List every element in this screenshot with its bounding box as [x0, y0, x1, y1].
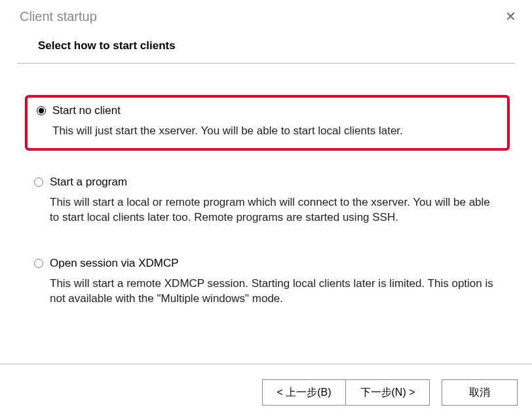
- option-label[interactable]: Start a program: [50, 176, 127, 189]
- dialog-content: Select how to start clients Start no cli…: [0, 28, 532, 313]
- window-title: Client startup: [20, 9, 97, 24]
- back-button[interactable]: < 上一步(B): [262, 379, 346, 406]
- title-bar: Client startup ✕: [0, 0, 532, 28]
- option-description: This will start a local or remote progra…: [34, 195, 498, 225]
- wizard-button-bar: < 上一步(B) 下一步(N) > 取消: [262, 379, 518, 406]
- option-label[interactable]: Start no client: [52, 104, 121, 117]
- cancel-button[interactable]: 取消: [442, 379, 518, 406]
- radio-start-no-client[interactable]: [37, 106, 46, 115]
- page-title: Select how to start clients: [38, 39, 508, 52]
- option-start-no-client[interactable]: Start no client This will just start the…: [25, 95, 510, 151]
- option-description: This will just start the xserver. You wi…: [37, 124, 495, 139]
- close-icon[interactable]: ✕: [500, 6, 522, 27]
- option-open-session-xdmcp[interactable]: Open session via XDMCP This will start a…: [25, 250, 510, 313]
- option-label[interactable]: Open session via XDMCP: [50, 257, 179, 270]
- dialog-window: Client startup ✕ Select how to start cli…: [0, 0, 532, 420]
- option-description: This will start a remote XDMCP session. …: [34, 277, 498, 307]
- next-button[interactable]: 下一步(N) >: [346, 379, 430, 406]
- header-divider: [17, 63, 515, 64]
- radio-open-session-xdmcp[interactable]: [34, 259, 43, 268]
- radio-start-a-program[interactable]: [34, 178, 43, 187]
- options-group: Start no client This will just start the…: [17, 95, 515, 313]
- option-start-a-program[interactable]: Start a program This will start a local …: [25, 169, 510, 232]
- dialog-header: Select how to start clients: [17, 28, 515, 63]
- footer-divider: [0, 364, 532, 364]
